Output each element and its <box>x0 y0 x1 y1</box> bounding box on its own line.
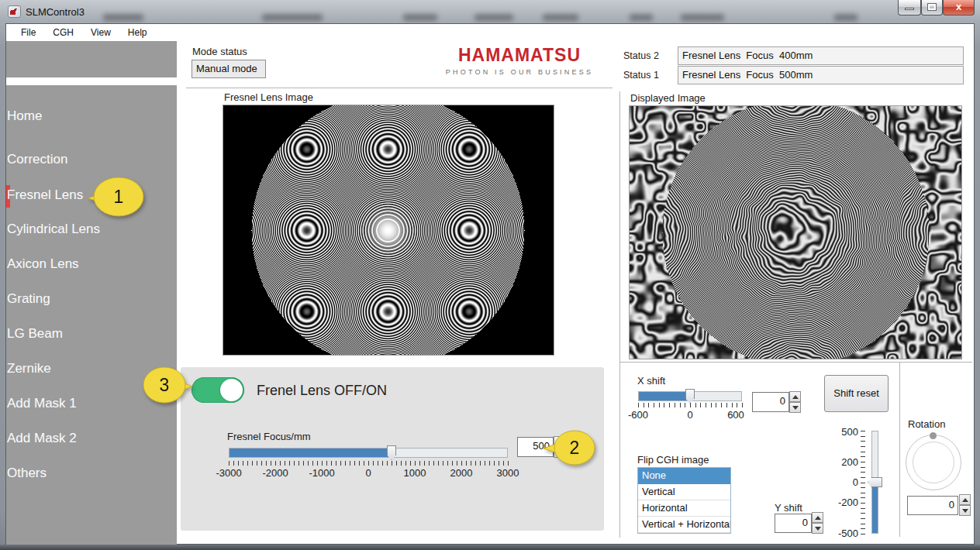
displayed-image-label: Displayed Image <box>630 92 706 104</box>
glass-blur-artifact <box>474 14 513 21</box>
focus-tick-0: 0 <box>345 467 392 479</box>
displayed-image-canvas <box>630 106 961 359</box>
fresnel-image-frame <box>223 105 554 356</box>
fresnel-onoff-toggle[interactable] <box>192 377 244 403</box>
hamamatsu-logo: HAMAMATSU PHOTON IS OUR BUSINESS <box>434 45 605 76</box>
rotation-spin-down-button[interactable] <box>959 505 971 516</box>
x-shift-spin-up-button[interactable] <box>789 391 801 402</box>
rotation-input[interactable]: 0 <box>907 496 958 515</box>
glass-blur-artifact <box>834 14 858 21</box>
glass-blur-artifact <box>262 14 323 21</box>
arrow-down-icon <box>962 509 968 513</box>
window-title: SLMControl3 <box>26 6 85 18</box>
flip-option-vertical-horizontal[interactable]: Vertical + Horizontal <box>638 517 730 533</box>
window-bottom-border <box>0 545 980 550</box>
fresnel-focus-slider[interactable] <box>229 448 508 458</box>
menu-view[interactable]: View <box>82 25 119 40</box>
rotation-spin-up-button[interactable] <box>959 494 971 505</box>
y-shift-spin-down-button[interactable] <box>812 523 823 534</box>
x-shift-tick-0: 0 <box>667 409 713 421</box>
y-slider-tick-200: 200 <box>832 456 858 468</box>
sidebar-item-lg-beam[interactable]: LG Beam <box>7 326 63 342</box>
arrow-down-icon <box>815 527 821 531</box>
sidebar-item-correction[interactable]: Correction <box>7 152 67 167</box>
x-shift-slider-fill <box>639 392 691 400</box>
focus-tick-2000: 2000 <box>438 467 485 479</box>
focus-tick--3000: -3000 <box>205 467 252 479</box>
shift-reset-button[interactable]: Shift reset <box>824 375 889 412</box>
flip-option-none[interactable]: None <box>638 468 730 484</box>
menu-cgh[interactable]: CGH <box>44 25 82 40</box>
y-slider-tick--500: -500 <box>832 528 858 539</box>
glass-blur-artifact <box>103 14 143 21</box>
focus-tick--2000: -2000 <box>252 467 298 479</box>
x-shift-input[interactable]: 0 <box>752 392 789 412</box>
flip-option-horizontal[interactable]: Horizontal <box>638 500 730 517</box>
glass-blur-artifact <box>543 14 578 21</box>
fresnel-focus-ticks <box>229 461 509 466</box>
logo-subtitle: PHOTON IS OUR BUSINESS <box>434 68 605 76</box>
y-shift-vertical-ticks <box>861 431 865 535</box>
toggle-knob-icon <box>220 379 243 401</box>
sidebar-item-others[interactable]: Others <box>7 466 47 481</box>
mode-status-label: Mode status <box>192 46 247 57</box>
sidebar-item-home[interactable]: Home <box>7 108 42 124</box>
menu-file[interactable]: File <box>12 25 44 40</box>
focus-tick-1000: 1000 <box>392 467 438 479</box>
focus-spin-down-button[interactable] <box>554 447 565 458</box>
status1-value: Fresnel Lens Focus 500mm <box>678 66 964 84</box>
x-shift-spin-down-button[interactable] <box>789 402 801 413</box>
app-window: SLMControl3 x File CGH View Help Home Co… <box>0 0 980 550</box>
y-slider-tick-0: 0 <box>832 476 858 488</box>
arrow-up-icon <box>815 516 821 520</box>
close-button[interactable]: x <box>943 0 975 15</box>
vertical-divider <box>619 91 620 538</box>
fresnel-focus-slider-fill <box>229 449 392 457</box>
app-icon <box>8 5 21 18</box>
sidebar-item-grating[interactable]: Grating <box>7 291 50 307</box>
sidebar-header-strip <box>6 77 177 85</box>
y-shift-vertical-slider-fill <box>872 487 878 533</box>
fresnel-lens-canvas <box>223 105 554 355</box>
y-shift-input[interactable]: 0 <box>775 514 812 533</box>
y-shift-spin-up-button[interactable] <box>812 512 823 523</box>
sidebar-item-add-mask-2[interactable]: Add Mask 2 <box>7 431 77 446</box>
rotation-knob-indicator-dot[interactable] <box>930 432 937 439</box>
arrow-up-icon <box>792 395 799 399</box>
minimize-button[interactable] <box>898 0 921 15</box>
minimize-icon <box>905 8 914 10</box>
mode-status-value: Manual mode <box>192 60 266 78</box>
rotation-knob-inner-ring <box>913 442 954 483</box>
x-shift-ticks <box>638 403 743 407</box>
maximize-button[interactable] <box>921 0 943 15</box>
y-slider-tick-500: 500 <box>832 426 858 438</box>
arrow-up-icon <box>962 498 968 502</box>
sidebar-item-fresnel-lens[interactable]: Fresnel Lens <box>7 187 83 203</box>
menu-help[interactable]: Help <box>119 25 156 40</box>
menu-bar: File CGH View Help <box>6 24 974 40</box>
fresnel-toggle-label: Frenel Lens OFF/ON <box>257 383 387 399</box>
arrow-down-icon <box>557 451 563 455</box>
focus-spin-up-button[interactable] <box>554 436 565 447</box>
sidebar-item-axicon-lens[interactable]: Axicon Lens <box>7 256 79 272</box>
flip-cgh-list: None Vertical Horizontal Vertical + Hori… <box>637 467 731 534</box>
close-icon: x <box>956 1 961 12</box>
sidebar-item-add-mask-1[interactable]: Add Mask 1 <box>7 396 77 411</box>
arrow-down-icon <box>792 406 799 410</box>
focus-tick--1000: -1000 <box>298 467 345 479</box>
fresnel-focus-label: Fresnel Focus/mm <box>227 431 311 442</box>
status1-label: Status 1 <box>623 70 659 81</box>
right-section-separator <box>619 362 972 363</box>
flip-option-vertical[interactable]: Vertical <box>638 484 730 500</box>
glass-blur-artifact <box>403 14 437 21</box>
y-slider-tick--200: -200 <box>832 497 858 508</box>
maximize-icon <box>928 4 936 10</box>
y-shift-label: Y shift <box>775 502 802 514</box>
sidebar-item-cylindrical-lens[interactable]: Cylindrical Lens <box>7 222 100 237</box>
title-bar[interactable]: SLMControl3 x <box>0 0 980 23</box>
logo-title: HAMAMATSU <box>434 45 605 66</box>
flip-cgh-label: Flip CGH image <box>637 454 709 466</box>
sidebar-item-zernike[interactable]: Zernike <box>7 361 51 376</box>
fresnel-focus-input[interactable]: 500 <box>517 437 554 457</box>
status2-label: Status 2 <box>623 50 659 61</box>
